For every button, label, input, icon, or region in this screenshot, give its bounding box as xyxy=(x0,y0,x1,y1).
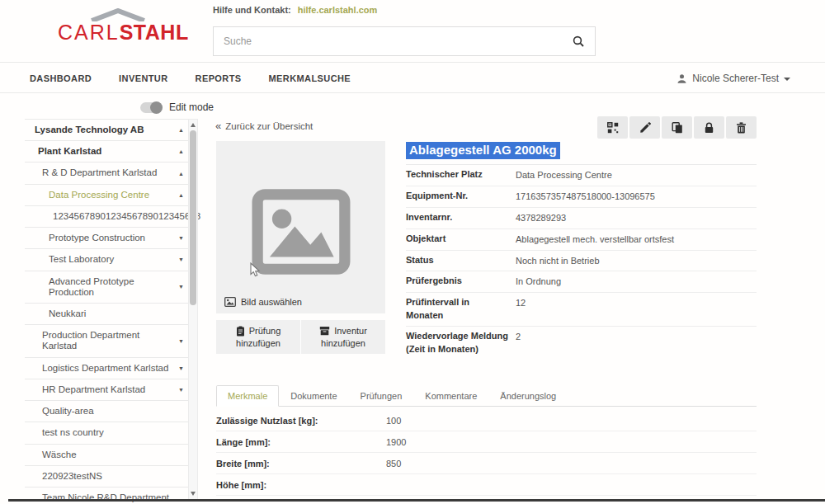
tree-item[interactable]: Neukkari xyxy=(25,304,189,325)
nav-item[interactable]: REPORTS xyxy=(196,73,242,83)
tree-item-label: Neukkari xyxy=(49,309,86,319)
tree-expand-icon[interactable]: ▼ xyxy=(175,338,184,344)
feature-row: Höhe [mm]: xyxy=(216,474,757,496)
caret-down-icon xyxy=(784,78,790,81)
detail-value: 2 xyxy=(516,330,521,344)
tree-item[interactable]: Plant Karlstad ▲ xyxy=(25,141,189,163)
image-small-icon xyxy=(224,297,236,307)
select-image-label: Bild auswählen xyxy=(241,297,302,307)
detail-label: Objektart xyxy=(406,233,516,246)
add-inventur-line2: hinzufügen xyxy=(321,337,365,350)
archive-icon xyxy=(319,326,330,336)
tree-item[interactable]: Production Department Karlstad ▼ xyxy=(25,325,189,357)
help-link[interactable]: hilfe.carlstahl.com xyxy=(298,5,378,15)
detail-label: Status xyxy=(406,254,516,267)
back-to-overview-link[interactable]: « Zurück zur Übersicht xyxy=(215,120,313,131)
qr-code-icon xyxy=(607,122,619,134)
detail-value: Ablagegestell mech. verstellbar ortsfest xyxy=(516,233,674,247)
select-image-button[interactable]: Bild auswählen xyxy=(224,297,302,307)
detail-value: 1716357357487518000-13096575 xyxy=(516,190,655,204)
sidebar-scrollbar[interactable] xyxy=(188,119,198,500)
qr-code-button[interactable] xyxy=(597,116,628,139)
edit-mode-label: Edit mode xyxy=(169,101,214,113)
scrollbar-down-icon[interactable] xyxy=(191,492,196,496)
tree-item[interactable]: 1234567890123456789012345678 xyxy=(25,206,189,228)
tree-item[interactable]: Quality-area xyxy=(25,401,189,422)
lock-icon xyxy=(704,122,714,134)
delete-button[interactable] xyxy=(726,116,757,139)
search-box xyxy=(213,26,596,56)
user-icon xyxy=(676,73,687,84)
tree-item-label: Quality-area xyxy=(42,406,94,417)
tab[interactable]: Änderungslog xyxy=(488,385,568,407)
tree-expand-icon[interactable]: ▼ xyxy=(175,257,184,262)
add-pruefung-line1: Prüfung xyxy=(249,325,281,337)
detail-row: Prüfergebnis In Ordnung xyxy=(406,271,757,293)
tree-item[interactable]: Lysande Technology AB ▲ xyxy=(25,120,189,141)
tree-item[interactable]: Prototype Construction ▼ xyxy=(25,228,189,249)
tree-item-label: 1234567890123456789012345678 xyxy=(53,211,200,222)
nav-item[interactable]: INVENTUR xyxy=(119,73,167,83)
logo-text: CARLSTAHL xyxy=(58,22,177,43)
copy-button[interactable] xyxy=(662,116,692,139)
detail-label: Technischer Platz xyxy=(406,168,516,181)
search-input[interactable] xyxy=(214,35,562,47)
search-button[interactable] xyxy=(562,27,595,55)
tree-expand-icon[interactable]: ▲ xyxy=(175,148,184,154)
add-inventur-button[interactable]: Inventur hinzufügen xyxy=(301,320,385,354)
tree-item-label: 220923testNS xyxy=(42,471,102,482)
tree-expand-icon[interactable]: ▲ xyxy=(175,192,184,198)
tab[interactable]: Prüfungen xyxy=(349,385,414,407)
detail-label: Prüfintervall in Monaten xyxy=(406,296,516,323)
carl-stahl-logo[interactable]: CARLSTAHL xyxy=(58,8,177,43)
scrollbar-thumb[interactable] xyxy=(190,130,196,305)
tree-item-label: HR Department Karlstad xyxy=(42,384,145,395)
tree-item-label: Lysande Technology AB xyxy=(35,125,144,135)
detail-label: Equipment-Nr. xyxy=(406,190,516,203)
detail-list: Technischer Platz Data Processing Centre… xyxy=(406,165,757,360)
chevron-left-double-icon: « xyxy=(215,120,221,131)
edit-button[interactable] xyxy=(629,116,660,139)
tree-item-label: Advanced Prototype Production xyxy=(49,276,175,298)
tree-item-label: R & D Department Karlstad xyxy=(42,167,157,178)
feature-value: 1900 xyxy=(386,437,406,447)
tree-expand-icon[interactable]: ▼ xyxy=(175,365,184,371)
feature-row: Zulässige Nutzlast [kg]: 100 xyxy=(216,410,757,431)
tree-expand-icon[interactable]: ▼ xyxy=(175,387,184,393)
back-link-label: Zurück zur Übersicht xyxy=(225,121,313,131)
nav-item[interactable]: MERKMALSUCHE xyxy=(269,73,351,83)
tree-item[interactable]: 220923testNS xyxy=(25,466,189,488)
tab[interactable]: Kommentare xyxy=(413,385,488,407)
tree-expand-icon[interactable]: ▲ xyxy=(175,171,184,177)
tree-item[interactable]: Test Laboratory ▼ xyxy=(25,249,189,271)
tab[interactable]: Dokumente xyxy=(279,385,348,407)
tree-item[interactable]: HR Department Karlstad ▼ xyxy=(25,379,189,401)
tree-item[interactable]: Wäsche xyxy=(25,445,189,466)
detail-row: Prüfintervall in Monaten 12 xyxy=(406,293,757,327)
tree-item[interactable]: test ns country xyxy=(25,422,189,444)
add-pruefung-button[interactable]: Prüfung hinzufügen xyxy=(216,320,301,354)
tree-item[interactable]: Data Processing Centre ▲ xyxy=(25,185,189,206)
tree-expand-icon[interactable]: ▼ xyxy=(175,235,184,241)
location-tree: Lysande Technology AB ▲ Plant Karlstad ▲… xyxy=(25,119,189,504)
nav-item[interactable]: DASHBOARD xyxy=(30,73,92,83)
tree-item[interactable]: Logistics Department Karlstad ▼ xyxy=(25,358,189,379)
scrollbar-up-icon[interactable] xyxy=(191,123,196,127)
tab[interactable]: Merkmale xyxy=(216,385,279,407)
tree-item-label: Plant Karlstad xyxy=(38,146,101,157)
detail-row: Status Noch nicht in Betrieb xyxy=(406,251,757,272)
tree-item-label: Logistics Department Karlstad xyxy=(42,363,168,374)
tree-item[interactable]: Advanced Prototype Production ▼ xyxy=(25,271,189,304)
tree-item[interactable]: R & D Department Karlstad ▲ xyxy=(25,163,189,184)
user-menu[interactable]: Nicole Scherer-Test xyxy=(676,64,790,93)
edit-mode-toggle[interactable] xyxy=(140,102,163,113)
feature-value: 850 xyxy=(386,459,401,469)
tree-expand-icon[interactable]: ▼ xyxy=(175,284,184,290)
lock-button[interactable] xyxy=(694,116,724,139)
detail-value: 12 xyxy=(516,296,526,310)
image-placeholder-icon xyxy=(251,187,351,276)
tree-expand-icon[interactable]: ▲ xyxy=(175,127,184,133)
delete-trash-icon xyxy=(736,122,747,134)
object-detail-panel: Ablagegestell AG 2000kg Technischer Plat… xyxy=(406,142,757,360)
add-actions-bar: Prüfung hinzufügen Inventur hinzufügen xyxy=(216,320,385,354)
